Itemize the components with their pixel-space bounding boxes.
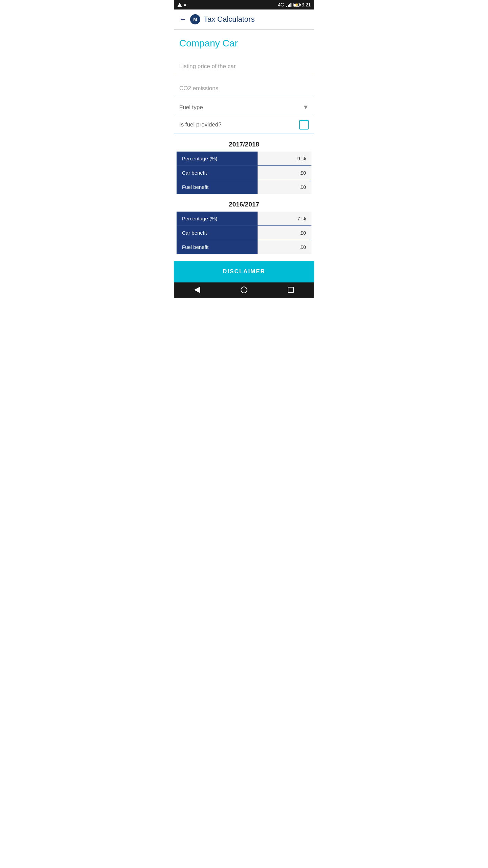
fuel-type-dropdown[interactable]: Fuel type ▼ [174, 99, 314, 115]
year-heading-2017: 2017/2018 [177, 141, 311, 148]
row-label: Percentage (%) [177, 152, 258, 165]
network-label: 4G [278, 2, 284, 7]
back-button[interactable]: ← [179, 15, 187, 24]
row-value: £0 [258, 240, 311, 254]
status-bar: ●: 4G ⚡ 3:21 [174, 0, 314, 9]
table-row: Fuel benefit £0 [177, 180, 311, 194]
clock: 3:21 [302, 2, 311, 7]
page-title: Company Car [174, 30, 314, 58]
app-title: Tax Calculators [204, 15, 255, 24]
fuel-provided-field[interactable]: Is fuel provided? [174, 115, 314, 134]
co2-emissions-input[interactable] [179, 85, 309, 92]
table-row: Percentage (%) 9 % [177, 152, 311, 166]
results-section: 2017/2018 Percentage (%) 9 % Car benefit… [174, 141, 314, 254]
fuel-provided-checkbox[interactable] [299, 120, 309, 130]
row-label: Percentage (%) [177, 212, 258, 225]
nav-home-button[interactable] [241, 287, 247, 293]
table-row: Car benefit £0 [177, 166, 311, 180]
table-row: Car benefit £0 [177, 226, 311, 240]
results-table-2017: Percentage (%) 9 % Car benefit £0 Fuel b… [177, 152, 311, 194]
row-value: £0 [258, 226, 311, 240]
results-table-2016: Percentage (%) 7 % Car benefit £0 Fuel b… [177, 212, 311, 254]
co2-emissions-field[interactable] [174, 80, 314, 96]
row-label: Fuel benefit [177, 240, 258, 254]
notification-icon: ●: [184, 2, 187, 7]
disclaimer-button[interactable]: DISCLAIMER [174, 261, 314, 282]
row-label: Fuel benefit [177, 180, 258, 194]
fuel-type-label: Fuel type [179, 104, 203, 111]
nav-back-button[interactable] [194, 287, 200, 293]
table-row: Percentage (%) 7 % [177, 212, 311, 226]
status-icons-left: ●: [177, 2, 187, 7]
status-icons-right: 4G ⚡ 3:21 [278, 2, 311, 7]
listing-price-input[interactable] [179, 63, 309, 70]
listing-price-field[interactable] [174, 58, 314, 74]
row-value: £0 [258, 166, 311, 180]
logo-icon: M [190, 14, 200, 24]
signal-bars-icon [286, 3, 291, 7]
nav-recent-button[interactable] [288, 287, 294, 293]
nav-bar [174, 282, 314, 298]
row-value: £0 [258, 180, 311, 194]
back-nav-icon [194, 287, 200, 293]
battery-icon: ⚡ [293, 3, 300, 7]
home-nav-icon [241, 287, 247, 293]
spacer1 [174, 77, 314, 80]
app-header: ← M Tax Calculators [174, 9, 314, 29]
chevron-down-icon: ▼ [303, 104, 309, 111]
fuel-provided-label: Is fuel provided? [179, 121, 222, 128]
row-label: Car benefit [177, 226, 258, 240]
recent-nav-icon [288, 287, 294, 293]
table-row: Fuel benefit £0 [177, 240, 311, 254]
row-label: Car benefit [177, 166, 258, 180]
warning-icon [177, 3, 182, 7]
row-value: 7 % [258, 212, 311, 225]
year-heading-2016: 2016/2017 [177, 201, 311, 208]
row-value: 9 % [258, 152, 311, 165]
